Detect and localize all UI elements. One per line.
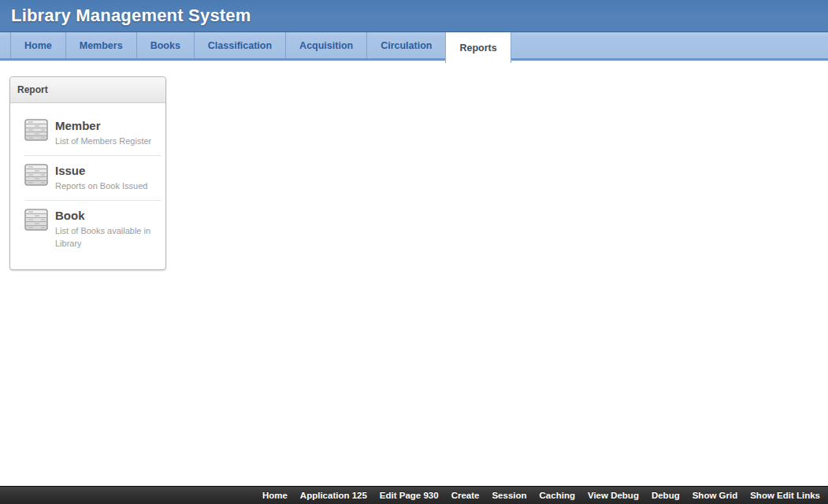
dev-link-session[interactable]: Session: [492, 491, 526, 500]
tab-label: Reports: [459, 43, 496, 54]
report-item-text: Book List of Books available in Library: [55, 209, 154, 250]
tab-reports[interactable]: Reports: [445, 32, 511, 63]
app-header: Library Management System: [0, 0, 828, 32]
report-item-title: Book: [55, 209, 154, 223]
tab-label: Acquisition: [299, 40, 353, 51]
report-list: Member List of Members Register: [10, 103, 165, 269]
developer-toolbar: Home Application 125 Edit Page 930 Creat…: [0, 486, 828, 504]
tab-acquisition[interactable]: Acquisition: [285, 32, 366, 58]
dev-link-show-edit-links[interactable]: Show Edit Links: [750, 491, 820, 500]
tab-members[interactable]: Members: [65, 32, 136, 58]
report-region-title: Report: [17, 84, 48, 95]
dev-link-application-125[interactable]: Application 125: [300, 491, 367, 500]
report-item-description: List of Books available in Library: [55, 224, 154, 250]
report-grid-icon: [24, 119, 48, 141]
tab-home[interactable]: Home: [10, 32, 65, 58]
dev-link-view-debug[interactable]: View Debug: [588, 491, 639, 500]
tab-bar: Home Members Books Classification Acquis…: [0, 32, 828, 61]
tab-label: Home: [24, 40, 52, 51]
tab-label: Members: [80, 40, 123, 51]
report-item-description: Reports on Book Issued: [55, 180, 147, 193]
dev-link-caching[interactable]: Caching: [540, 491, 575, 500]
dev-link-debug[interactable]: Debug: [652, 491, 680, 500]
dev-link-create[interactable]: Create: [451, 491, 480, 500]
app-title: Library Management System: [11, 6, 251, 26]
tab-circulation[interactable]: Circulation: [366, 32, 445, 58]
tab-label: Circulation: [381, 40, 432, 51]
report-region: Report: [9, 76, 166, 270]
report-item-description: List of Members Register: [55, 135, 151, 148]
tab-label: Classification: [208, 40, 272, 51]
report-item-member[interactable]: Member List of Members Register: [24, 111, 161, 155]
report-grid-icon: [24, 164, 48, 186]
report-region-header: Report: [10, 77, 165, 103]
report-item-issue[interactable]: Issue Reports on Book Issued: [24, 155, 161, 200]
report-item-text: Member List of Members Register: [55, 119, 151, 147]
tab-classification[interactable]: Classification: [194, 32, 285, 58]
dev-link-show-grid[interactable]: Show Grid: [692, 491, 738, 500]
report-grid-icon: [24, 209, 48, 231]
report-item-title: Member: [55, 120, 151, 133]
tab-label: Books: [150, 40, 180, 51]
dev-link-edit-page-930[interactable]: Edit Page 930: [380, 491, 439, 500]
report-item-title: Issue: [55, 165, 147, 178]
report-item-text: Issue Reports on Book Issued: [55, 164, 147, 192]
report-item-book[interactable]: Book List of Books available in Library: [24, 200, 161, 258]
tab-books[interactable]: Books: [136, 32, 194, 58]
dev-link-home[interactable]: Home: [262, 491, 288, 500]
